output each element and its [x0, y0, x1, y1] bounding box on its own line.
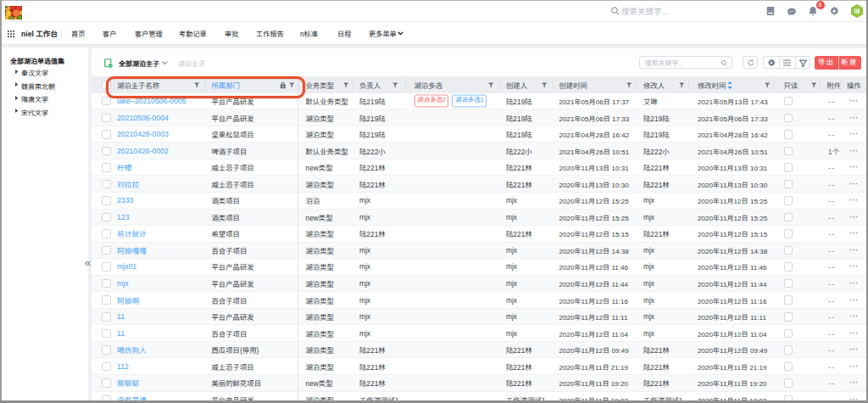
- svg-text:琳: 琳: [854, 6, 860, 15]
